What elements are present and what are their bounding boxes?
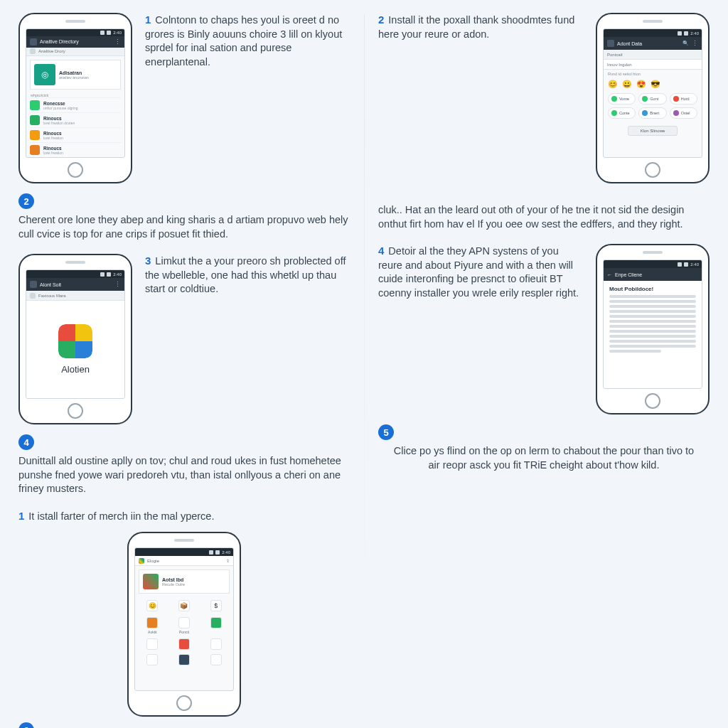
step-2-row: 2:40 Adont Data🔍⋮ Pontcatl Innov Ingdon … xyxy=(378,13,710,183)
phone-mock-3: 2:40 Alont Soit⋮ Faxtrous Mara Alotien xyxy=(18,254,132,424)
overflow-icon[interactable]: ⋮ xyxy=(114,281,121,288)
list-item[interactable]: Ronecsseunhor purouse olgring xyxy=(30,97,121,112)
home-button-icon[interactable] xyxy=(68,403,83,419)
chip[interactable]: Vome xyxy=(608,93,636,105)
subbar-text: Analtive Drory xyxy=(38,49,65,53)
chip[interactable]: Gont xyxy=(638,93,666,105)
chip[interactable]: Hord xyxy=(670,93,697,105)
card-sub: analtev anonstan xyxy=(59,75,117,80)
logo-icon xyxy=(58,324,92,358)
card-title: Adisatran xyxy=(59,70,117,75)
para-4: Dunittall ald oustine aplly on tov; chul… xyxy=(18,454,350,496)
badge-5: 5 xyxy=(378,424,394,440)
back-icon[interactable]: ← xyxy=(607,272,612,277)
phone-mock-4: 2:40 ←Enpe Cliene Mout Pobildoce! xyxy=(596,244,710,414)
phone-mock-2: 2:40 Adont Data🔍⋮ Pontcatl Innov Ingdon … xyxy=(596,13,710,183)
tab[interactable]: Innov Ingdon xyxy=(607,63,632,67)
step-number: 3 xyxy=(145,255,151,267)
step-number: 2 xyxy=(378,14,384,26)
badge-4: 4 xyxy=(18,434,34,450)
list-item[interactable]: Rinoucsloret freation xyxy=(30,127,121,142)
step-number: 1 xyxy=(145,14,151,26)
chip[interactable]: Bnert xyxy=(638,107,666,119)
row-label: Rund td setiol hton xyxy=(604,70,702,78)
chip[interactable]: Conte xyxy=(608,107,636,119)
emoji-icon[interactable]: 😊 xyxy=(608,80,618,89)
emoji-icon[interactable]: 😀 xyxy=(622,80,632,89)
cast-icon[interactable]: ⇪ xyxy=(226,558,230,563)
home-button-icon[interactable] xyxy=(176,695,192,711)
status-time: 2:40 xyxy=(113,31,122,35)
step-1-text: 1Colntonn to chaps hes youl is oreet d n… xyxy=(145,13,350,183)
app-icon[interactable]: Poncti xyxy=(171,617,198,634)
home-button-icon[interactable] xyxy=(645,393,660,409)
app-icon[interactable]: 📦 xyxy=(171,600,198,611)
emoji-icon[interactable]: 😍 xyxy=(636,80,646,89)
tab[interactable]: Pontcatl xyxy=(607,53,623,57)
overflow-icon[interactable]: ⋮ xyxy=(114,38,121,46)
overflow-icon[interactable]: ⋮ xyxy=(692,40,698,47)
home-button-icon[interactable] xyxy=(645,162,660,178)
para-5: Clice po ys flind on the op on lerm to c… xyxy=(378,444,710,472)
app-card[interactable]: Aotst IbdRecole Oolre xyxy=(139,569,230,594)
step-number: 1 xyxy=(18,510,24,522)
left-column: 2:40 Analtive Directory⋮ Analtive Drory … xyxy=(18,13,350,728)
search-icon[interactable]: 🔍 xyxy=(682,41,689,46)
app-icon[interactable] xyxy=(203,654,229,665)
app-tile-icon xyxy=(143,574,159,589)
app-icon[interactable] xyxy=(139,638,166,650)
step-4-text: 4Detoir al the they APN systens of you r… xyxy=(378,244,583,414)
app-card[interactable]: ◎ Adisatran analtev anonstan xyxy=(30,60,121,90)
logo-label: Alotien xyxy=(61,364,90,375)
app-icon[interactable] xyxy=(203,638,229,650)
home-button-icon[interactable] xyxy=(68,162,83,178)
app-icon[interactable]: $ xyxy=(203,600,229,611)
app-icon[interactable] xyxy=(171,638,198,650)
step-number: 4 xyxy=(378,245,384,257)
perm-heading: Mout Pobildoce! xyxy=(609,286,696,292)
badge-2: 2 xyxy=(18,193,34,209)
app-icon[interactable] xyxy=(203,617,229,634)
footer-step: 1It istall farter of merch iin the mal y… xyxy=(18,509,350,524)
phone-mock-5: 2:40 Elogte⇪ Aotst IbdRecole Oolre 😊 📦 $… xyxy=(127,532,241,717)
app-tile-icon: ◎ xyxy=(34,64,55,85)
step-2-text: 2Install it the poxall thank shoodmtes f… xyxy=(378,13,583,183)
emoji-icon[interactable]: 😎 xyxy=(651,80,660,89)
badge-6: 6 xyxy=(18,722,34,728)
para-cluk: cluk.. Hat an the leard out oth of your … xyxy=(378,203,710,231)
list-item[interactable]: Rinoucsloret freation xyxy=(30,142,121,157)
primary-button[interactable]: Klon Slinowe xyxy=(628,126,678,136)
list-item[interactable]: Rinoucsloret freation dcoten xyxy=(30,112,121,127)
right-column: 2:40 Adont Data🔍⋮ Pontcatl Innov Ingdon … xyxy=(378,13,710,728)
step-3-text: 3Limkut the a your preoro sh problected … xyxy=(145,254,350,424)
chip[interactable]: Ostel xyxy=(670,107,697,119)
step-4-row: 2:40 ←Enpe Cliene Mout Pobildoce! 4Detoi… xyxy=(378,244,710,414)
para-2: Cherent ore lone they abep and king shar… xyxy=(18,213,350,241)
app-icon[interactable]: Auktit xyxy=(139,617,166,634)
app-icon[interactable]: 😊 xyxy=(139,600,166,611)
titlebar-text: Analtive Directory xyxy=(40,39,79,44)
app-icon[interactable] xyxy=(171,654,198,665)
step-1-row: 2:40 Analtive Directory⋮ Analtive Drory … xyxy=(18,13,350,183)
app-icon[interactable] xyxy=(139,654,166,665)
step-3-row: 2:40 Alont Soit⋮ Faxtrous Mara Alotien 3… xyxy=(18,254,350,424)
app-list: Ronecsseunhor purouse olgring Rinoucslor… xyxy=(30,97,121,157)
phone-mock-1: 2:40 Analtive Directory⋮ Analtive Drory … xyxy=(18,13,132,183)
